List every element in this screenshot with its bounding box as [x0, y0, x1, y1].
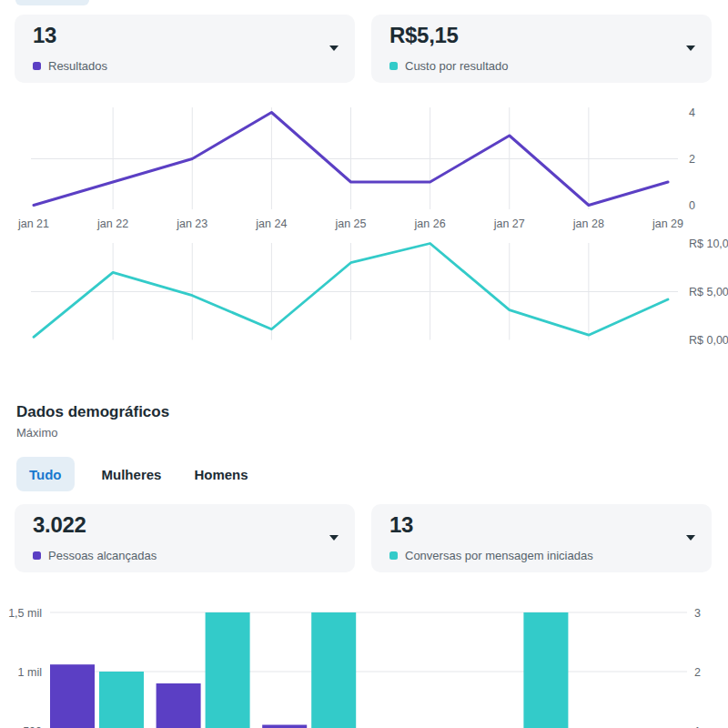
svg-text:R$ 0,00: R$ 0,00 — [689, 334, 728, 347]
svg-text:500: 500 — [23, 725, 42, 728]
metric-dropdown-button[interactable] — [322, 528, 346, 548]
svg-text:jan 22: jan 22 — [96, 217, 128, 230]
svg-text:R$ 5,00: R$ 5,00 — [689, 286, 728, 298]
svg-text:jan 23: jan 23 — [176, 217, 207, 230]
cost-line-chart: R$ 0,00R$ 5,00R$ 10,00 — [31, 238, 728, 347]
svg-text:jan 29: jan 29 — [652, 217, 683, 230]
chevron-down-icon — [686, 535, 695, 541]
svg-text:1: 1 — [694, 725, 701, 728]
metric-dropdown-button[interactable] — [679, 528, 703, 548]
chevron-down-icon — [329, 535, 339, 541]
svg-text:jan 24: jan 24 — [255, 217, 287, 230]
metric-legend: Pessoas alcançadas — [33, 549, 157, 562]
svg-text:jan 25: jan 25 — [334, 217, 366, 230]
charts-canvas: 024jan 21jan 22jan 23jan 24jan 25jan 26j… — [0, 0, 728, 728]
svg-text:jan 28: jan 28 — [572, 217, 604, 230]
metric-legend: Conversas por mensagem iniciadas — [389, 549, 593, 562]
demographics-tabs: Tudo Mulheres Homens — [16, 457, 254, 491]
demographics-bar-chart: 5001 mil1,5 mil123 — [8, 607, 701, 728]
demographics-subtitle: Máximo — [16, 426, 58, 440]
svg-text:2: 2 — [694, 666, 701, 679]
results-line-chart: 024jan 21jan 22jan 23jan 24jan 25jan 26j… — [17, 106, 695, 230]
metric-card-pessoas: 3.022 Pessoas alcançadas — [15, 504, 355, 572]
metric-label: Pessoas alcançadas — [48, 549, 157, 562]
svg-text:0: 0 — [689, 199, 695, 212]
tab-tudo[interactable]: Tudo — [16, 457, 75, 491]
svg-text:jan 26: jan 26 — [414, 217, 446, 230]
metric-value: 13 — [389, 512, 413, 538]
svg-text:jan 21: jan 21 — [17, 217, 49, 230]
svg-text:1 mil: 1 mil — [18, 666, 42, 679]
tab-mulheres[interactable]: Mulheres — [96, 457, 167, 491]
svg-text:R$ 10,00: R$ 10,00 — [689, 238, 728, 250]
svg-text:3: 3 — [694, 607, 701, 620]
legend-dot-icon — [33, 551, 41, 560]
legend-dot-icon — [389, 551, 398, 560]
tab-homens[interactable]: Homens — [188, 457, 253, 491]
metric-value: 3.022 — [33, 512, 86, 538]
svg-text:jan 27: jan 27 — [493, 217, 525, 230]
svg-text:1,5 mil: 1,5 mil — [8, 607, 42, 620]
svg-text:4: 4 — [689, 106, 695, 119]
demographics-title: Dados demográficos — [16, 403, 169, 421]
metric-label: Conversas por mensagem iniciadas — [405, 549, 593, 562]
svg-text:2: 2 — [689, 153, 695, 166]
metric-card-conversas: 13 Conversas por mensagem iniciadas — [371, 504, 712, 572]
